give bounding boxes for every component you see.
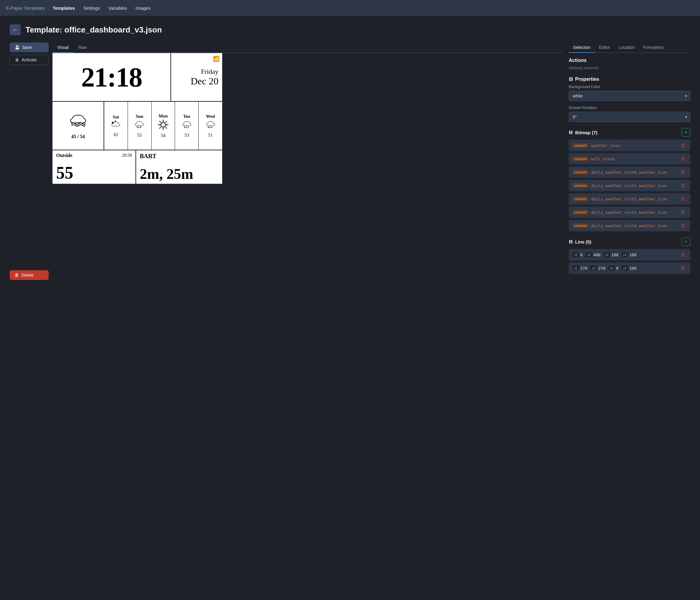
line-delete-0[interactable]: 🗑 bbox=[679, 252, 686, 258]
bitmap-item-3[interactable]: variable daily_weather_slot1_weather_ico… bbox=[569, 180, 690, 191]
outside-temp: 55 bbox=[56, 164, 132, 181]
y1-value-0: 100 bbox=[611, 253, 618, 257]
panel-tab-editor[interactable]: Editor bbox=[595, 43, 615, 53]
activate-button[interactable]: 🖥 Activate bbox=[10, 55, 49, 65]
bitmap-name-3: daily_weather_slot1_weather_icon bbox=[591, 183, 667, 188]
nav-templates[interactable]: Templates bbox=[52, 4, 75, 12]
nav-settings[interactable]: Settings bbox=[83, 4, 100, 12]
temp-high: 54 bbox=[80, 134, 85, 139]
nav-variables[interactable]: Variables bbox=[108, 4, 128, 12]
bitmap-item-6[interactable]: variable daily_weather_slot4_weather_ico… bbox=[569, 220, 690, 231]
svg-line-37 bbox=[159, 127, 161, 128]
wifi-icon: 📶 bbox=[213, 56, 220, 62]
epaper-row-time: 21:18 📶 Friday Dec 20 bbox=[53, 53, 222, 102]
line-title-text: Line (5) bbox=[575, 239, 591, 244]
svg-line-57 bbox=[208, 127, 208, 128]
bitmap-delete-2[interactable]: 🗑 bbox=[679, 169, 686, 176]
line-title: ⊟ Line (5) bbox=[569, 239, 591, 244]
temp-sep: / bbox=[77, 134, 79, 139]
page-content: ← Template: office_dashboard_v3.json 💾 S… bbox=[0, 16, 700, 288]
line-delete-1[interactable]: 🗑 bbox=[679, 265, 686, 271]
svg-point-29 bbox=[161, 123, 165, 127]
forecast-tue-temp: 53 bbox=[184, 133, 189, 138]
line-item-0[interactable]: x1 0 x2 400 y1 100 y2 100 🗑 bbox=[569, 249, 690, 261]
y2-value-1: 100 bbox=[629, 266, 636, 270]
svg-line-36 bbox=[166, 121, 167, 122]
bitmap-section: ⊟ Bitmap (7) + variable weather_icon 🗑 v… bbox=[569, 128, 690, 231]
bart-label: BART bbox=[140, 153, 219, 160]
bitmap-item-4[interactable]: variable daily_weather_slot2_weather_ico… bbox=[569, 193, 690, 205]
bg-color-select[interactable]: white black bbox=[569, 91, 690, 101]
date-day: Friday bbox=[201, 68, 219, 76]
bitmap-item-5[interactable]: variable daily_weather_slot3_weather_ico… bbox=[569, 207, 690, 218]
bitmap-delete-0[interactable]: 🗑 bbox=[679, 142, 686, 149]
date-display: 📶 Friday Dec 20 bbox=[171, 53, 222, 101]
y1-value-1: 0 bbox=[616, 266, 619, 270]
x1-label-1: x1 bbox=[572, 266, 579, 270]
panel-tab-selection[interactable]: Selection bbox=[569, 43, 595, 53]
x2-label-1: x2 bbox=[590, 266, 597, 270]
actions-nothing: Nothing selected. bbox=[569, 66, 690, 70]
line-add-button[interactable]: + bbox=[682, 237, 690, 246]
trash-icon: 🗑 bbox=[15, 273, 19, 278]
panel-tab-formatters[interactable]: Formatters bbox=[639, 43, 668, 53]
forecast-tue-icon bbox=[181, 120, 192, 132]
save-button[interactable]: 💾 Save bbox=[10, 43, 49, 52]
bg-color-label: Background Color bbox=[569, 84, 690, 89]
tab-raw[interactable]: Raw bbox=[74, 43, 92, 53]
bitmap-item-0[interactable]: variable weather_icon 🗑 bbox=[569, 140, 690, 151]
current-weather: 45 / 54 bbox=[53, 102, 104, 150]
properties-title: ⊟ Properties bbox=[569, 76, 690, 82]
bitmap-item-1[interactable]: variable wifi_state 🗑 bbox=[569, 153, 690, 164]
bitmap-item-2[interactable]: variable daily_weather_slot0_weather_ico… bbox=[569, 166, 690, 178]
delete-label: Delete bbox=[21, 273, 33, 278]
line-item-1[interactable]: x1 270 x2 270 y1 0 y2 100 🗑 bbox=[569, 262, 690, 274]
navbar: E-Paper Templates Templates Settings Var… bbox=[0, 0, 700, 16]
forecast-tue-name: Tue bbox=[183, 114, 191, 119]
bitmap-add-button[interactable]: + bbox=[682, 128, 690, 137]
screen-rotation-select[interactable]: 0° 90° 180° 270° bbox=[569, 112, 690, 122]
sidebar-spacer bbox=[10, 68, 49, 268]
bart-section: BART 2m, 25m bbox=[136, 150, 222, 184]
minus-icon-props: ⊟ bbox=[569, 76, 573, 82]
bg-color-wrapper: white black bbox=[569, 91, 690, 101]
minus-icon-bitmap: ⊟ bbox=[569, 130, 573, 135]
forecast-mon: Mon 54 bbox=[152, 102, 175, 150]
forecast-wed-icon bbox=[205, 120, 216, 132]
sidebar: 💾 Save 🖥 Activate 🗑 Delete bbox=[10, 43, 52, 280]
bitmap-delete-4[interactable]: 🗑 bbox=[679, 195, 686, 202]
delete-button[interactable]: 🗑 Delete bbox=[10, 270, 49, 280]
bitmap-delete-6[interactable]: 🗑 bbox=[679, 222, 686, 229]
activate-label: Activate bbox=[22, 57, 37, 62]
right-panel: Selection Editor Location Formatters Act… bbox=[569, 43, 690, 280]
panel-tab-bar: Selection Editor Location Formatters bbox=[569, 43, 690, 53]
bitmap-name-1: wifi_state bbox=[591, 157, 615, 161]
bitmap-item-left-3: variable daily_weather_slot1_weather_ico… bbox=[572, 183, 667, 188]
panel-tab-location[interactable]: Location bbox=[614, 43, 639, 53]
forecast-mon-icon bbox=[158, 119, 169, 132]
y2-label-0: y2 bbox=[622, 252, 628, 257]
epaper-display: 21:18 📶 Friday Dec 20 bbox=[53, 53, 222, 184]
tab-visual[interactable]: Visual bbox=[52, 43, 74, 53]
bitmap-delete-3[interactable]: 🗑 bbox=[679, 182, 686, 189]
line-coords-0: x1 0 x2 400 y1 100 y2 100 bbox=[572, 252, 677, 257]
forecast-sun: Sun 55 bbox=[128, 102, 152, 150]
bitmap-title: ⊟ Bitmap (7) bbox=[569, 130, 597, 135]
actions-title-text: Actions bbox=[569, 58, 587, 63]
svg-point-16 bbox=[112, 122, 114, 124]
bitmap-delete-1[interactable]: 🗑 bbox=[679, 155, 686, 162]
save-label: Save bbox=[22, 45, 32, 50]
bitmap-title-text: Bitmap (7) bbox=[575, 130, 597, 135]
temp-low: 45 bbox=[71, 134, 76, 139]
monitor-icon: 🖥 bbox=[15, 57, 19, 62]
nav-images[interactable]: Images bbox=[135, 4, 151, 12]
bitmap-name-0: weather_icon bbox=[591, 143, 620, 148]
date-full: Dec 20 bbox=[191, 76, 219, 87]
forecast-row: Sat 62 Sun 55 bbox=[104, 102, 222, 150]
bitmap-delete-5[interactable]: 🗑 bbox=[679, 209, 686, 215]
y1-label-0: y1 bbox=[604, 252, 610, 257]
back-button[interactable]: ← bbox=[10, 24, 21, 35]
preview-container[interactable]: 21:18 📶 Friday Dec 20 bbox=[52, 53, 222, 184]
properties-section: ⊟ Properties Background Color white blac… bbox=[569, 76, 690, 122]
forecast-wed-temp: 51 bbox=[208, 133, 213, 138]
